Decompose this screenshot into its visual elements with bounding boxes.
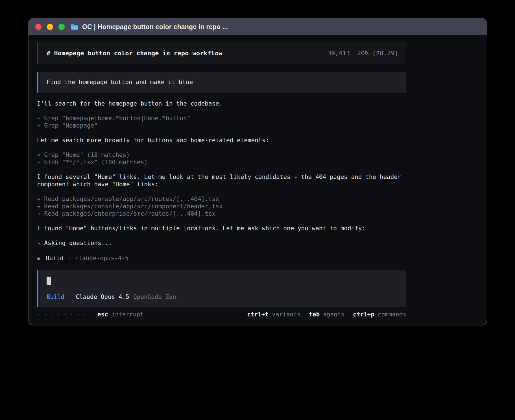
assistant-paragraph: I'll search for the homepage button in t… bbox=[37, 100, 406, 107]
variants-label: variants bbox=[272, 311, 300, 318]
tool-call-glob: ∗ Glob "**/*.tsx" (100 matches) bbox=[37, 159, 406, 166]
tool-call-grep: ∗ Grep "Homepage" bbox=[37, 122, 406, 129]
assistant-paragraph: I found several "Home" links. Let me loo… bbox=[37, 173, 406, 188]
spinner-dots: ········ bbox=[37, 311, 90, 318]
agent-icon: ▣ bbox=[37, 255, 40, 262]
interrupt-label: interrupt bbox=[112, 311, 144, 318]
traffic-lights bbox=[35, 24, 65, 30]
tab-key: tab bbox=[309, 311, 320, 318]
prompt-input[interactable]: Build Claude Opus 4.5 OpenCode Zen bbox=[37, 270, 406, 307]
tool-call-read: → Read packages/console/app/src/routes/[… bbox=[37, 195, 406, 203]
esc-key: esc bbox=[97, 311, 108, 318]
status-bar: ········ esc interrupt ctrl+t variants t… bbox=[37, 311, 406, 318]
user-message-text: Find the homepage button and make it blu… bbox=[47, 78, 193, 86]
session-stats: 39,413 20% ($0.29) bbox=[328, 50, 398, 57]
text-cursor bbox=[47, 277, 51, 285]
ctrl-p-key: ctrl+p bbox=[353, 311, 374, 318]
tool-call-group: → Read packages/console/app/src/routes/[… bbox=[37, 195, 406, 217]
zoom-button[interactable] bbox=[58, 24, 65, 30]
session-header: # Homepage button color change in repo w… bbox=[37, 42, 406, 64]
assistant-paragraph: I found "Home" buttons/links in multiple… bbox=[37, 225, 406, 232]
shortcut-agents: tab agents bbox=[309, 311, 344, 318]
minimize-button[interactable] bbox=[47, 24, 53, 30]
close-button[interactable] bbox=[35, 24, 42, 30]
tool-call-read: → Read packages/enterprise/src/routes/[.… bbox=[37, 210, 406, 217]
token-count: 39,413 bbox=[328, 50, 350, 57]
tool-call-read: → Read packages/console/app/src/componen… bbox=[37, 203, 406, 210]
terminal-content: # Homepage button color change in repo w… bbox=[29, 35, 487, 325]
agents-label: agents bbox=[323, 311, 344, 318]
window-title-area: OC | Homepage button color change in rep… bbox=[71, 23, 228, 31]
window-titlebar[interactable]: OC | Homepage button color change in rep… bbox=[29, 19, 487, 35]
terminal-window: OC | Homepage button color change in rep… bbox=[28, 18, 487, 325]
tool-call-group: ∗ Grep "Home" (18 matches) ∗ Glob "**/*.… bbox=[37, 151, 406, 166]
model-provider: OpenCode Zen bbox=[133, 293, 176, 301]
tool-call-group: ∗ Grep "homepage|home.*button|Home.*butt… bbox=[37, 115, 406, 129]
shortcut-variants: ctrl+t variants bbox=[247, 311, 300, 318]
model-name: Claude Opus 4.5 bbox=[76, 293, 129, 301]
agent-row: ▣ Build · claude-opus-4-5 bbox=[37, 254, 406, 262]
agent-separator: · bbox=[67, 255, 71, 262]
ctrl-t-key: ctrl+t bbox=[247, 311, 269, 318]
status-bar-right: ctrl+t variants tab agents ctrl+p comman… bbox=[247, 311, 406, 318]
tool-call-grep: ∗ Grep "Home" (18 matches) bbox=[37, 151, 406, 159]
status-bar-left: ········ esc interrupt bbox=[37, 311, 144, 318]
agent-model: claude-opus-4-5 bbox=[75, 255, 129, 262]
agent-name: Build bbox=[46, 255, 64, 262]
context-cost: 20% ($0.29) bbox=[357, 50, 398, 57]
status-line: ~ Asking questions... bbox=[37, 239, 406, 247]
input-mode-row: Build Claude Opus 4.5 OpenCode Zen bbox=[47, 293, 398, 301]
tool-call-grep: ∗ Grep "homepage|home.*button|Home.*butt… bbox=[37, 115, 406, 122]
window-title: OC | Homepage button color change in rep… bbox=[82, 23, 228, 31]
user-message: Find the homepage button and make it blu… bbox=[37, 72, 406, 93]
interrupt-hint: esc interrupt bbox=[97, 311, 144, 318]
assistant-paragraph: Let me search more broadly for buttons a… bbox=[37, 137, 406, 144]
shortcut-commands: ctrl+p commands bbox=[353, 311, 406, 318]
mode-badge: Build bbox=[47, 293, 64, 301]
session-title: # Homepage button color change in repo w… bbox=[47, 50, 222, 57]
folder-icon bbox=[71, 24, 78, 30]
commands-label: commands bbox=[378, 311, 406, 318]
